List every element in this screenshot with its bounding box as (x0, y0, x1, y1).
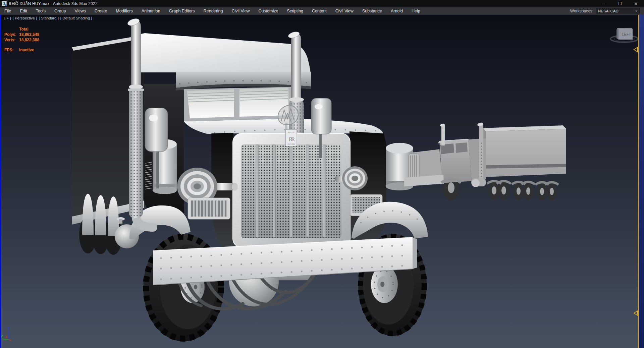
restore-button[interactable]: ❐ (612, 0, 628, 7)
workspaces-group: Workspaces: NESA iCAD ▼ (570, 8, 644, 14)
grille-badge: ROLLS RR ROYCE (285, 129, 297, 146)
menu-rendering[interactable]: Rendering (199, 7, 227, 15)
menu-create[interactable]: Create (90, 7, 112, 15)
viewcube-face-label: LEFT (622, 33, 631, 36)
view-cube[interactable]: LEFT (610, 28, 638, 42)
polys-value: 18,862,548 (19, 32, 39, 37)
menu-content[interactable]: Content (308, 7, 331, 15)
axis-y-label: Y (1, 335, 3, 339)
menu-substance[interactable]: Substance (358, 7, 386, 15)
axis-z-label: Z (7, 327, 9, 331)
viewport-splitter-arrow-bottom[interactable] (634, 311, 638, 315)
viewport-active-border[interactable] (638, 15, 639, 348)
stats-header-row: Total (4, 26, 39, 32)
viewport-left-edge (0, 15, 1, 348)
menu-views[interactable]: Views (70, 7, 90, 15)
truck2-cab (404, 122, 486, 187)
title-bar: 3 6 ĐỖ XUÂN HUY.max - Autodesk 3ds Max 2… (0, 0, 644, 7)
collapsed-side-panel[interactable] (639, 15, 644, 348)
fps-label: FPS: (4, 47, 19, 53)
close-button[interactable]: ✕ (628, 0, 644, 7)
truck2-fenders (487, 181, 558, 185)
menu-file[interactable]: File (0, 7, 15, 15)
chevron-down-icon: ▼ (635, 10, 638, 13)
viewport-menu-shading[interactable]: [ Default Shading ] (60, 16, 92, 20)
viewport-statistics: Total Polys: 18,862,548 Verts: 18,822,38… (4, 26, 39, 53)
perspective-viewport[interactable]: ROLLS RR ROYCE (0, 15, 644, 348)
menu-animation[interactable]: Animation (137, 7, 165, 15)
menu-modifiers[interactable]: Modifiers (111, 7, 137, 15)
viewport-label: [ + ] [ Perspective ] [ Standard ] [ Def… (4, 16, 92, 20)
menu-scripting[interactable]: Scripting (282, 7, 308, 15)
fps-value: Inactive (19, 47, 34, 53)
minimize-button[interactable]: ─ (596, 0, 612, 7)
truck-side-model (404, 122, 566, 200)
viewport-menu-pov[interactable]: [ Perspective ] (13, 16, 37, 20)
menu-group[interactable]: Group (50, 7, 70, 15)
truck-front-model: ROLLS RR ROYCE (72, 17, 428, 341)
workspaces-dropdown[interactable]: NESA iCAD ▼ (596, 8, 640, 14)
intercooler-box-left (188, 198, 230, 219)
menu-civil-view-1[interactable]: Civil View (227, 7, 254, 15)
menu-graph-editors[interactable]: Graph Editors (165, 7, 199, 15)
axis-tripod: Z Y X (1, 327, 11, 341)
radiator-grille (233, 133, 350, 247)
stats-verts-row: Verts: 18,822,388 (4, 37, 39, 43)
menu-edit[interactable]: Edit (15, 7, 32, 15)
menu-tools[interactable]: Tools (32, 7, 50, 15)
viewport-3d-scene: ROLLS RR ROYCE (0, 15, 644, 348)
menu-bar: File Edit Tools Group Views Create Modif… (0, 7, 644, 15)
badge-line1: ROLLS (288, 131, 294, 133)
polys-label: Polys: (4, 32, 19, 37)
workspaces-label: Workspaces: (570, 9, 593, 13)
verts-value: 18,822,388 (19, 37, 39, 43)
stats-polys-row: Polys: 18,862,548 (4, 32, 39, 37)
window-title: 6 ĐỖ XUÂN HUY.max - Autodesk 3ds Max 202… (9, 1, 98, 6)
stats-total-header: Total (19, 26, 29, 32)
viewport-menu-general[interactable]: [ + ] (4, 16, 11, 20)
viewport-menu-renderer[interactable]: [ Standard ] (39, 16, 58, 20)
badge-line2: ROYCE (287, 143, 294, 145)
window-controls: ─ ❐ ✕ (596, 0, 644, 7)
menu-civil-view-2[interactable]: Civil View (331, 7, 358, 15)
verts-label: Verts: (4, 37, 19, 43)
3dsmax-app-icon: 3 (2, 1, 7, 6)
menu-arnold[interactable]: Arnold (386, 7, 407, 15)
menu-customize[interactable]: Customize (254, 7, 282, 15)
workspaces-value: NESA iCAD (598, 9, 619, 13)
viewport-splitter-arrow-top[interactable] (634, 47, 638, 52)
menu-help[interactable]: Help (407, 7, 425, 15)
stats-fps-row: FPS: Inactive (4, 47, 39, 53)
axis-x-label: X (5, 335, 8, 339)
